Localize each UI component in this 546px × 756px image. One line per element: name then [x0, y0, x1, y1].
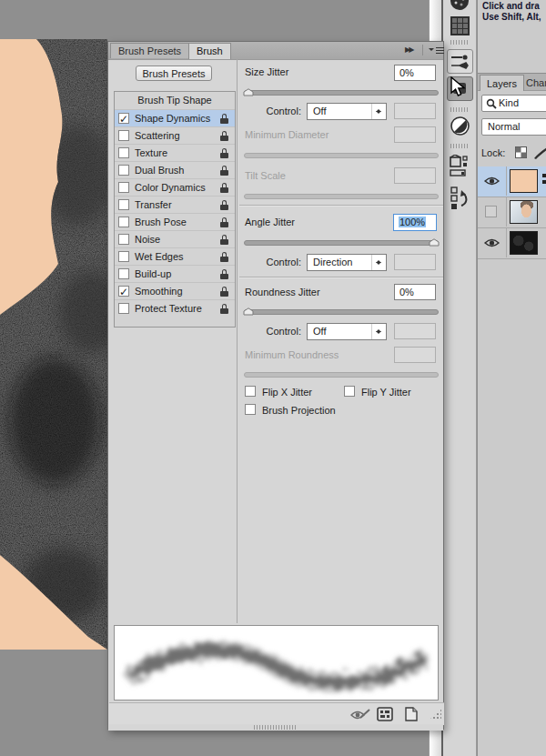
- brush-option-row[interactable]: ✓ Transfer: [115, 197, 235, 214]
- spinner-arrows-icon[interactable]: [371, 104, 386, 119]
- brush-option-row[interactable]: ✓ Protect Texture: [115, 300, 235, 318]
- slider-thumb[interactable]: [243, 307, 254, 316]
- layer-visibility-toggle[interactable]: [478, 228, 507, 257]
- lock-icon[interactable]: [220, 183, 229, 193]
- roundness-control-dropdown[interactable]: Off: [307, 323, 387, 340]
- lock-icon[interactable]: [220, 252, 229, 262]
- dock-drag-handle[interactable]: [450, 40, 470, 45]
- section-divider: [239, 205, 443, 206]
- roundness-jitter-slider[interactable]: [244, 307, 439, 316]
- flip-x-label: Flip X Jitter: [262, 387, 312, 398]
- panel-bottom-edge: [108, 724, 443, 731]
- lock-icon[interactable]: [220, 114, 229, 124]
- option-checkbox[interactable]: ✓: [118, 217, 129, 227]
- lock-icon[interactable]: [220, 148, 229, 158]
- option-checkbox[interactable]: ✓: [118, 147, 129, 158]
- lock-icon[interactable]: [220, 166, 229, 176]
- option-checkbox[interactable]: ✓: [118, 182, 129, 193]
- lock-icon[interactable]: [220, 269, 229, 279]
- eye-hidden-well[interactable]: [485, 206, 497, 217]
- layer-visibility-toggle[interactable]: [478, 197, 507, 227]
- new-brush-icon[interactable]: [404, 707, 419, 721]
- option-checkbox[interactable]: ✓: [118, 303, 129, 314]
- preset-manager-icon[interactable]: [377, 707, 393, 721]
- spinner-arrows-icon[interactable]: [371, 255, 386, 270]
- lock-transparency-icon[interactable]: [515, 146, 527, 158]
- angle-jitter-slider[interactable]: [244, 237, 439, 247]
- brush-option-row[interactable]: ✓ Texture: [115, 145, 235, 162]
- lock-icon[interactable]: [220, 235, 229, 245]
- lock-icon[interactable]: [220, 287, 229, 297]
- brush-option-row[interactable]: ✓ Dual Brush: [115, 162, 235, 179]
- dock-drag-handle[interactable]: [450, 107, 470, 112]
- lock-paint-brush-icon[interactable]: [533, 146, 546, 159]
- history-panel-icon[interactable]: [450, 186, 470, 211]
- layer-badge-icons: [542, 174, 546, 186]
- tab-brush[interactable]: Brush: [188, 43, 231, 59]
- spinner-arrows-icon[interactable]: [371, 324, 386, 339]
- brush-projection-checkbox[interactable]: [245, 404, 256, 415]
- slider-thumb[interactable]: [429, 238, 440, 247]
- layer-thumbnail[interactable]: [510, 169, 538, 193]
- layer-row[interactable]: [478, 228, 546, 259]
- eye-icon[interactable]: [484, 176, 500, 186]
- blend-mode-dropdown[interactable]: Normal: [481, 118, 546, 136]
- layer-row[interactable]: [478, 166, 546, 197]
- lock-icon[interactable]: [220, 304, 229, 314]
- lock-icon[interactable]: [220, 217, 229, 227]
- size-jitter-slider[interactable]: [244, 87, 439, 96]
- lock-label: Lock:: [481, 147, 505, 158]
- brush-option-row[interactable]: ✓ Build-up: [115, 266, 235, 283]
- lock-icon[interactable]: [220, 131, 229, 141]
- slider-thumb[interactable]: [243, 88, 254, 96]
- tab-layers[interactable]: Layers: [480, 75, 524, 91]
- brush-option-row[interactable]: ✓ Scattering: [115, 127, 235, 145]
- size-control-dropdown[interactable]: Off: [307, 103, 387, 120]
- brush-option-row[interactable]: ✓ Noise: [115, 231, 235, 248]
- layer-thumbnail[interactable]: [510, 200, 538, 224]
- flip-x-checkbox[interactable]: [245, 386, 256, 397]
- filter-kind-dropdown[interactable]: Kind: [481, 95, 546, 112]
- brush-panel-dock-button[interactable]: [447, 49, 473, 74]
- angle-control-dropdown[interactable]: Direction: [307, 254, 387, 271]
- brush-option-row[interactable]: ✓ Wet Edges: [115, 248, 235, 266]
- tab-brush-presets[interactable]: Brush Presets: [110, 43, 189, 58]
- document-canvas[interactable]: [0, 39, 107, 650]
- tool-presets-panel-icon[interactable]: [450, 155, 471, 178]
- brush-tip-shape-item[interactable]: Brush Tip Shape: [115, 92, 235, 110]
- option-checkbox[interactable]: ✓: [118, 234, 129, 245]
- brush-option-row[interactable]: ✓ Color Dynamics: [115, 179, 235, 197]
- search-icon: [486, 98, 497, 109]
- adjustments-panel-icon[interactable]: [450, 116, 470, 136]
- layer-thumbnail[interactable]: [510, 231, 538, 255]
- option-checkbox[interactable]: ✓: [118, 113, 129, 124]
- roundness-jitter-value[interactable]: 0%: [394, 284, 436, 300]
- size-jitter-value[interactable]: 0%: [394, 65, 436, 81]
- dock-drag-handle[interactable]: [450, 144, 470, 148]
- option-checkbox[interactable]: ✓: [118, 130, 129, 141]
- brush-option-row[interactable]: ✓ Shape Dynamics: [115, 110, 235, 127]
- option-checkbox[interactable]: ✓: [118, 199, 129, 210]
- flip-y-checkbox[interactable]: [344, 386, 355, 397]
- option-checkbox[interactable]: ✓: [118, 251, 129, 262]
- layer-row[interactable]: [478, 197, 546, 228]
- collapse-panel-icon[interactable]: ▶▶: [405, 45, 412, 54]
- eye-icon[interactable]: [484, 237, 500, 248]
- swatches-panel-icon[interactable]: [450, 0, 470, 11]
- layer-visibility-toggle[interactable]: [478, 166, 507, 196]
- brush-option-row[interactable]: ✓ Brush Pose: [115, 214, 235, 231]
- toggle-brush-preview-icon[interactable]: [349, 707, 371, 721]
- lock-icon[interactable]: [220, 200, 229, 210]
- option-checkbox[interactable]: ✓: [118, 165, 129, 176]
- option-checkbox[interactable]: ✓: [118, 286, 129, 297]
- angle-jitter-value[interactable]: 100%: [393, 214, 437, 231]
- minimum-roundness-value-disabled: [394, 347, 436, 363]
- tab-channels[interactable]: Chan: [521, 75, 546, 91]
- option-checkbox[interactable]: ✓: [118, 268, 129, 279]
- brush-option-row[interactable]: ✓ Smoothing: [115, 283, 235, 300]
- panel-menu-icon[interactable]: [429, 46, 445, 55]
- panel-resize-grip[interactable]: [429, 709, 441, 721]
- brush-presets-button[interactable]: Brush Presets: [136, 66, 212, 81]
- panel-drag-handle[interactable]: [254, 725, 296, 730]
- grid-panel-icon[interactable]: [450, 16, 470, 35]
